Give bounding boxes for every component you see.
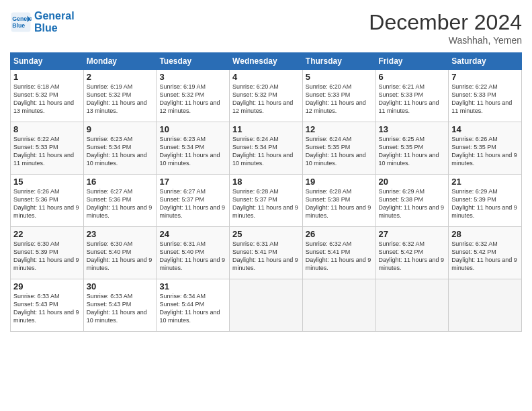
day-info: Sunrise: 6:33 AMSunset: 5:43 PMDaylight:…: [87, 292, 154, 325]
day-number: 1: [13, 72, 81, 82]
day-info: Sunrise: 6:22 AMSunset: 5:33 PMDaylight:…: [451, 83, 519, 116]
calendar-week-2: 8Sunrise: 6:22 AMSunset: 5:33 PMDaylight…: [11, 122, 522, 175]
logo-icon: General Blue: [10, 11, 32, 33]
day-info: Sunrise: 6:26 AMSunset: 5:36 PMDaylight:…: [13, 187, 81, 220]
calendar-cell: 27Sunrise: 6:32 AMSunset: 5:42 PMDayligh…: [375, 227, 449, 279]
calendar-cell: 25Sunrise: 6:31 AMSunset: 5:41 PMDayligh…: [230, 227, 303, 279]
day-info: Sunrise: 6:24 AMSunset: 5:34 PMDaylight:…: [232, 135, 300, 168]
calendar-cell: 2Sunrise: 6:19 AMSunset: 5:32 PMDaylight…: [83, 70, 157, 122]
calendar-cell: 24Sunrise: 6:31 AMSunset: 5:40 PMDayligh…: [157, 227, 230, 279]
day-number: 30: [87, 281, 154, 291]
day-info: Sunrise: 6:32 AMSunset: 5:42 PMDaylight:…: [451, 240, 519, 273]
day-info: Sunrise: 6:22 AMSunset: 5:33 PMDaylight:…: [13, 135, 81, 168]
header: General Blue GeneralBlue December 2024 W…: [10, 10, 522, 46]
calendar-cell: 23Sunrise: 6:30 AMSunset: 5:40 PMDayligh…: [83, 227, 157, 279]
day-number: 27: [379, 229, 446, 239]
calendar-table: SundayMondayTuesdayWednesdayThursdayFrid…: [10, 52, 522, 332]
day-number: 22: [13, 229, 81, 239]
day-number: 23: [87, 229, 154, 239]
day-info: Sunrise: 6:24 AMSunset: 5:35 PMDaylight:…: [306, 135, 373, 168]
calendar-cell: 3Sunrise: 6:19 AMSunset: 5:32 PMDaylight…: [157, 70, 230, 122]
calendar-cell: 31Sunrise: 6:34 AMSunset: 5:44 PMDayligh…: [157, 279, 230, 332]
col-header-saturday: Saturday: [449, 53, 522, 70]
calendar-cell: [449, 279, 522, 332]
calendar-cell: 21Sunrise: 6:29 AMSunset: 5:39 PMDayligh…: [449, 175, 522, 227]
calendar-cell: 14Sunrise: 6:26 AMSunset: 5:35 PMDayligh…: [449, 122, 522, 175]
day-info: Sunrise: 6:29 AMSunset: 5:38 PMDaylight:…: [379, 187, 446, 220]
logo: General Blue GeneralBlue: [10, 10, 75, 34]
day-info: Sunrise: 6:27 AMSunset: 5:37 PMDaylight:…: [159, 187, 226, 220]
calendar-cell: 6Sunrise: 6:21 AMSunset: 5:33 PMDaylight…: [375, 70, 449, 122]
day-number: 31: [159, 281, 226, 291]
day-info: Sunrise: 6:23 AMSunset: 5:34 PMDaylight:…: [159, 135, 226, 168]
calendar-cell: 28Sunrise: 6:32 AMSunset: 5:42 PMDayligh…: [449, 227, 522, 279]
day-number: 5: [306, 72, 373, 82]
calendar-cell: 12Sunrise: 6:24 AMSunset: 5:35 PMDayligh…: [302, 122, 375, 175]
day-number: 18: [232, 177, 300, 187]
col-header-tuesday: Tuesday: [157, 53, 230, 70]
day-number: 8: [13, 124, 81, 134]
day-info: Sunrise: 6:29 AMSunset: 5:39 PMDaylight:…: [451, 187, 519, 220]
day-info: Sunrise: 6:28 AMSunset: 5:37 PMDaylight:…: [232, 187, 300, 220]
calendar-cell: 18Sunrise: 6:28 AMSunset: 5:37 PMDayligh…: [230, 175, 303, 227]
day-number: 24: [159, 229, 226, 239]
day-info: Sunrise: 6:34 AMSunset: 5:44 PMDaylight:…: [159, 292, 226, 325]
day-info: Sunrise: 6:26 AMSunset: 5:35 PMDaylight:…: [451, 135, 519, 168]
day-info: Sunrise: 6:27 AMSunset: 5:36 PMDaylight:…: [87, 187, 154, 220]
day-number: 14: [451, 124, 519, 134]
col-header-friday: Friday: [375, 53, 449, 70]
day-info: Sunrise: 6:19 AMSunset: 5:32 PMDaylight:…: [87, 83, 154, 116]
day-number: 3: [159, 72, 226, 82]
calendar-cell: [302, 279, 375, 332]
day-number: 4: [232, 72, 300, 82]
day-number: 19: [306, 177, 373, 187]
day-info: Sunrise: 6:18 AMSunset: 5:32 PMDaylight:…: [13, 83, 81, 116]
day-info: Sunrise: 6:20 AMSunset: 5:32 PMDaylight:…: [232, 83, 300, 116]
day-number: 25: [232, 229, 300, 239]
page-container: General Blue GeneralBlue December 2024 W…: [0, 0, 532, 338]
day-number: 16: [87, 177, 154, 187]
day-number: 29: [13, 281, 81, 291]
calendar-body: 1Sunrise: 6:18 AMSunset: 5:32 PMDaylight…: [11, 70, 522, 332]
calendar-cell: 13Sunrise: 6:25 AMSunset: 5:35 PMDayligh…: [375, 122, 449, 175]
calendar-cell: 26Sunrise: 6:32 AMSunset: 5:41 PMDayligh…: [302, 227, 375, 279]
calendar-week-4: 22Sunrise: 6:30 AMSunset: 5:39 PMDayligh…: [11, 227, 522, 279]
calendar-cell: 5Sunrise: 6:20 AMSunset: 5:33 PMDaylight…: [302, 70, 375, 122]
calendar-cell: 11Sunrise: 6:24 AMSunset: 5:34 PMDayligh…: [230, 122, 303, 175]
calendar-week-5: 29Sunrise: 6:33 AMSunset: 5:43 PMDayligh…: [11, 279, 522, 332]
day-info: Sunrise: 6:30 AMSunset: 5:39 PMDaylight:…: [13, 240, 81, 273]
day-number: 11: [232, 124, 300, 134]
title-block: December 2024 Washhah, Yemen: [369, 10, 522, 46]
logo-text: GeneralBlue: [34, 10, 75, 34]
day-number: 10: [159, 124, 226, 134]
calendar-cell: [375, 279, 449, 332]
calendar-cell: 19Sunrise: 6:28 AMSunset: 5:38 PMDayligh…: [302, 175, 375, 227]
calendar-cell: [230, 279, 303, 332]
calendar-cell: 20Sunrise: 6:29 AMSunset: 5:38 PMDayligh…: [375, 175, 449, 227]
calendar-header-row: SundayMondayTuesdayWednesdayThursdayFrid…: [11, 53, 522, 70]
day-info: Sunrise: 6:30 AMSunset: 5:40 PMDaylight:…: [87, 240, 154, 273]
day-info: Sunrise: 6:25 AMSunset: 5:35 PMDaylight:…: [379, 135, 446, 168]
day-number: 7: [451, 72, 519, 82]
col-header-monday: Monday: [83, 53, 157, 70]
calendar-cell: 1Sunrise: 6:18 AMSunset: 5:32 PMDaylight…: [11, 70, 84, 122]
calendar-cell: 4Sunrise: 6:20 AMSunset: 5:32 PMDaylight…: [230, 70, 303, 122]
day-info: Sunrise: 6:28 AMSunset: 5:38 PMDaylight:…: [306, 187, 373, 220]
calendar-cell: 16Sunrise: 6:27 AMSunset: 5:36 PMDayligh…: [83, 175, 157, 227]
day-number: 15: [13, 177, 81, 187]
svg-text:Blue: Blue: [12, 22, 25, 29]
day-number: 17: [159, 177, 226, 187]
day-info: Sunrise: 6:32 AMSunset: 5:41 PMDaylight:…: [306, 240, 373, 273]
col-header-wednesday: Wednesday: [230, 53, 303, 70]
day-info: Sunrise: 6:31 AMSunset: 5:41 PMDaylight:…: [232, 240, 300, 273]
day-info: Sunrise: 6:23 AMSunset: 5:34 PMDaylight:…: [87, 135, 154, 168]
calendar-week-1: 1Sunrise: 6:18 AMSunset: 5:32 PMDaylight…: [11, 70, 522, 122]
day-info: Sunrise: 6:31 AMSunset: 5:40 PMDaylight:…: [159, 240, 226, 273]
calendar-cell: 10Sunrise: 6:23 AMSunset: 5:34 PMDayligh…: [157, 122, 230, 175]
calendar-cell: 8Sunrise: 6:22 AMSunset: 5:33 PMDaylight…: [11, 122, 84, 175]
month-title: December 2024: [369, 10, 522, 35]
day-number: 21: [451, 177, 519, 187]
day-number: 20: [379, 177, 446, 187]
day-info: Sunrise: 6:19 AMSunset: 5:32 PMDaylight:…: [159, 83, 226, 116]
day-number: 12: [306, 124, 373, 134]
